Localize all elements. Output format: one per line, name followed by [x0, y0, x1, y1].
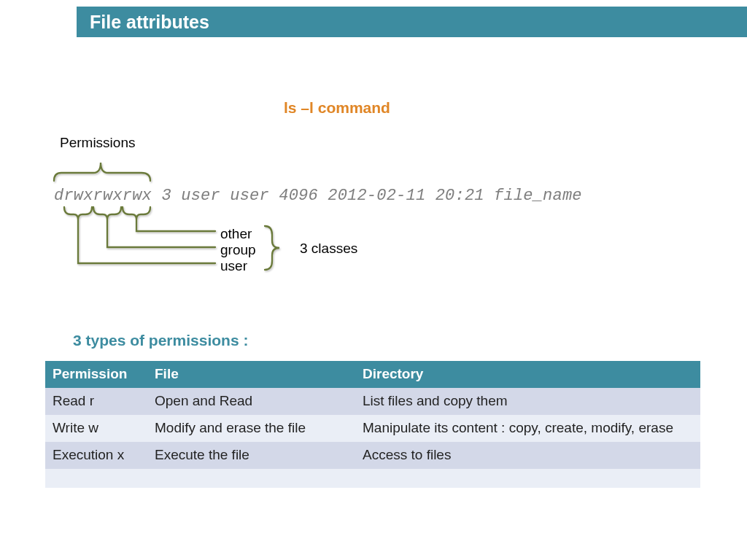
- cell-directory: List files and copy them: [355, 388, 700, 415]
- table-row: Read r Open and Read List files and copy…: [45, 388, 700, 415]
- class-group: group: [220, 242, 256, 258]
- cell-permission: Execution x: [45, 442, 147, 469]
- cell-file: Modify and erase the file: [147, 415, 355, 442]
- col-permission: Permission: [45, 361, 147, 388]
- permissions-diagram: [51, 146, 299, 277]
- cell-directory: Access to files: [355, 442, 700, 469]
- col-directory: Directory: [355, 361, 700, 388]
- class-user: user: [220, 258, 256, 274]
- col-file: File: [147, 361, 355, 388]
- class-other: other: [220, 226, 256, 242]
- permissions-table: Permission File Directory Read r Open an…: [45, 361, 700, 488]
- table-row: Write w Modify and erase the file Manipu…: [45, 415, 700, 442]
- table-row: Execution x Execute the file Access to f…: [45, 442, 700, 469]
- page-title: File attributes: [90, 12, 209, 32]
- cell-permission: Read r: [45, 388, 147, 415]
- classes-summary: 3 classes: [300, 241, 357, 257]
- command-heading: ls –l command: [284, 99, 390, 117]
- cell-file: Execute the file: [147, 442, 355, 469]
- class-labels: other group user: [220, 226, 256, 274]
- cell-directory: Manipulate its content : copy, create, m…: [355, 415, 700, 442]
- table-header-row: Permission File Directory: [45, 361, 700, 388]
- table-row-empty: [45, 469, 700, 488]
- types-heading: 3 types of permissions :: [73, 332, 248, 349]
- cell-file: Open and Read: [147, 388, 355, 415]
- cell-permission: Write w: [45, 415, 147, 442]
- page-title-bar: File attributes: [77, 7, 747, 37]
